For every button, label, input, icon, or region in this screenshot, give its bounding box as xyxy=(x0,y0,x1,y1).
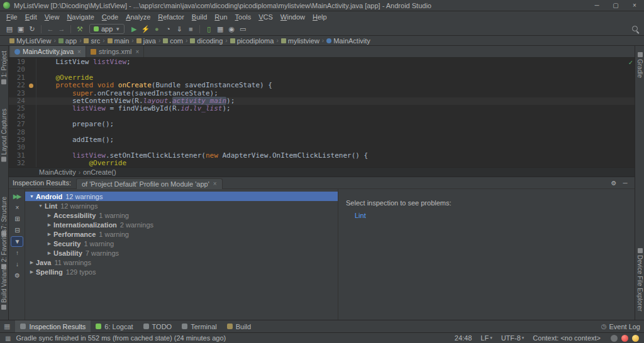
menu-analyze[interactable]: Analyze xyxy=(122,13,154,21)
line-number[interactable]: 32 xyxy=(9,160,26,167)
tool-tab-todo[interactable]: TODO xyxy=(138,320,177,332)
apply-changes-icon[interactable]: ⚡ xyxy=(140,24,151,35)
layout-inspector-icon[interactable]: ▭ xyxy=(237,24,248,35)
menu-build[interactable]: Build xyxy=(188,13,211,21)
code-line-29[interactable]: 29 addItem(); xyxy=(9,136,635,144)
editor-tab-mainactivity-java[interactable]: MainActivity.java× xyxy=(10,46,86,57)
gradle-sync-icon[interactable]: ◉ xyxy=(226,24,237,35)
menu-view[interactable]: View xyxy=(41,13,64,21)
tree-item-lint[interactable]: ▼Lint12 warnings xyxy=(25,201,338,210)
code-line-27[interactable]: 27 prepare(); xyxy=(9,121,635,128)
settings-gear-icon[interactable]: ⚙ xyxy=(608,180,619,187)
attach-debugger-icon[interactable]: ⇓ xyxy=(174,24,185,35)
hide-panel-icon[interactable]: ─ xyxy=(619,180,631,187)
line-number[interactable]: 30 xyxy=(9,144,26,151)
menu-tools[interactable]: Tools xyxy=(231,13,255,21)
toolwindow-button-2-favorites[interactable]: 2: Favorites xyxy=(1,229,8,269)
debug-icon[interactable]: ● xyxy=(151,24,162,35)
save-all-icon[interactable]: ▣ xyxy=(15,24,26,35)
breadcrumb-item-app[interactable]: app xyxy=(58,37,77,45)
lint-link[interactable]: Lint xyxy=(355,212,366,219)
status-message[interactable]: Gradle sync finished in 552 ms (from cac… xyxy=(16,334,226,342)
context-widget[interactable]: Context: <no context> xyxy=(533,334,601,342)
search-everywhere-icon[interactable] xyxy=(631,24,640,34)
menu-edit[interactable]: Edit xyxy=(21,13,41,21)
close-tab-icon[interactable]: × xyxy=(77,48,81,55)
toolwindow-button-build-variants[interactable]: Build Variants xyxy=(1,264,8,310)
tree-item-spelling[interactable]: ▶Spelling129 typos xyxy=(25,267,338,276)
notification-yellow-icon[interactable] xyxy=(632,335,639,342)
avd-manager-icon[interactable]: ▯ xyxy=(203,24,214,35)
override-marker-icon[interactable] xyxy=(29,84,33,88)
event-log-button[interactable]: ◷ Event Log xyxy=(601,323,640,330)
breadcrumb-method[interactable]: onCreate() xyxy=(83,168,116,176)
code-line-32[interactable]: 32 @Override xyxy=(9,160,635,167)
tool-tab-build[interactable]: Build xyxy=(222,320,256,332)
code-line-19[interactable]: 19 ListView listView; xyxy=(9,58,635,66)
run-icon[interactable]: ▶ xyxy=(128,24,140,35)
forward-icon[interactable]: → xyxy=(56,24,67,35)
tree-item-security[interactable]: ▶Security1 warning xyxy=(25,239,338,248)
close-button[interactable]: × xyxy=(625,0,644,11)
expand-all-icon[interactable]: ⊞ xyxy=(11,214,23,224)
breadcrumb-item-mylistview[interactable]: mylistview xyxy=(280,37,320,45)
open-icon[interactable]: ▤ xyxy=(4,24,15,35)
editor-tab-strings-xml[interactable]: strings.xml× xyxy=(86,46,144,57)
chevron-right-icon[interactable]: ▶ xyxy=(45,251,53,256)
menu-window[interactable]: Window xyxy=(277,13,309,21)
toolwindow-button-1-project[interactable]: 1: Project xyxy=(1,51,8,84)
close-inspection-icon[interactable]: × xyxy=(11,203,23,212)
menu-refactor[interactable]: Refactor xyxy=(154,13,188,21)
line-number[interactable]: 25 xyxy=(9,105,26,112)
code-editor[interactable]: 19 ListView listView;2021 @Override22 pr… xyxy=(9,58,635,167)
chevron-right-icon[interactable]: ▶ xyxy=(28,260,36,265)
line-number[interactable]: 22 xyxy=(9,82,26,89)
code-line-25[interactable]: 25 listView = findViewById(R.id.lv_list)… xyxy=(9,105,635,112)
breadcrumb-item-main[interactable]: main xyxy=(107,37,130,45)
maximize-button[interactable]: ▢ xyxy=(606,0,625,11)
chevron-down-icon[interactable]: ▼ xyxy=(28,194,36,199)
chevron-right-icon[interactable]: ▶ xyxy=(45,222,53,227)
toolwindow-button-device-file-explorer[interactable]: Device File Explorer xyxy=(636,248,643,311)
chevron-right-icon[interactable]: ▶ xyxy=(45,213,53,218)
tree-item-usability[interactable]: ▶Usability7 warnings xyxy=(25,248,338,258)
breadcrumb-item-src[interactable]: src xyxy=(83,37,101,45)
chevron-right-icon[interactable]: ▶ xyxy=(45,241,53,246)
sync-icon[interactable]: ↻ xyxy=(26,24,38,35)
inspection-status-icon[interactable]: ✓ xyxy=(628,58,633,67)
breadcrumb-class[interactable]: MainActivity xyxy=(39,168,76,176)
notification-red-icon[interactable] xyxy=(621,335,628,342)
breadcrumb-item-mainactivity[interactable]: MainActivity xyxy=(326,37,371,45)
filter-icon[interactable]: ▼ xyxy=(11,237,23,246)
tree-item-android[interactable]: ▼Android12 warnings xyxy=(25,192,338,201)
toolwindow-switcher-icon[interactable]: ▦ xyxy=(4,322,10,330)
menu-help[interactable]: Help xyxy=(309,13,331,21)
tree-item-java[interactable]: ▶Java11 warnings xyxy=(25,258,338,267)
rerun-inspection-icon[interactable]: ▶▶ xyxy=(11,192,23,201)
tree-item-performance[interactable]: ▶Performance1 warning xyxy=(25,229,338,239)
build-hammer-icon[interactable]: ⚒ xyxy=(74,24,86,35)
tree-item-accessibility[interactable]: ▶Accessibility1 warning xyxy=(25,210,338,220)
breadcrumb-item-mylistview[interactable]: MyListView xyxy=(9,37,52,45)
chevron-down-icon[interactable]: ▼ xyxy=(36,204,45,208)
minimize-button[interactable]: ─ xyxy=(587,0,606,11)
code-line-20[interactable]: 20 xyxy=(9,66,635,74)
breadcrumb-item-java[interactable]: java xyxy=(136,37,157,45)
menu-file[interactable]: File xyxy=(3,13,21,21)
chevron-right-icon[interactable]: ▶ xyxy=(28,270,36,275)
line-separator-widget[interactable]: LF▾ xyxy=(480,334,492,342)
tool-tab-6-logcat[interactable]: 6: Logcat xyxy=(91,320,138,332)
breadcrumb-item-com[interactable]: com xyxy=(162,37,184,45)
toolwindow-button-gradle[interactable]: Gradle xyxy=(636,52,643,78)
breadcrumb-item-picodiploma[interactable]: picodiploma xyxy=(230,37,275,45)
menu-navigate[interactable]: Navigate xyxy=(63,13,97,21)
close-icon[interactable]: × xyxy=(213,180,217,187)
toolwindow-button-layout-captures[interactable]: Layout Captures xyxy=(1,109,8,161)
line-number[interactable]: 27 xyxy=(9,121,26,128)
menu-code[interactable]: Code xyxy=(98,13,122,21)
inspection-settings-icon[interactable]: ⚙ xyxy=(11,271,23,280)
profile-icon[interactable]: ◔ xyxy=(162,24,174,35)
collapse-all-icon[interactable]: ⊟ xyxy=(11,226,23,235)
prev-problem-icon[interactable]: ↑ xyxy=(11,248,23,258)
tree-item-internationalization[interactable]: ▶Internationalization2 warnings xyxy=(25,220,338,229)
